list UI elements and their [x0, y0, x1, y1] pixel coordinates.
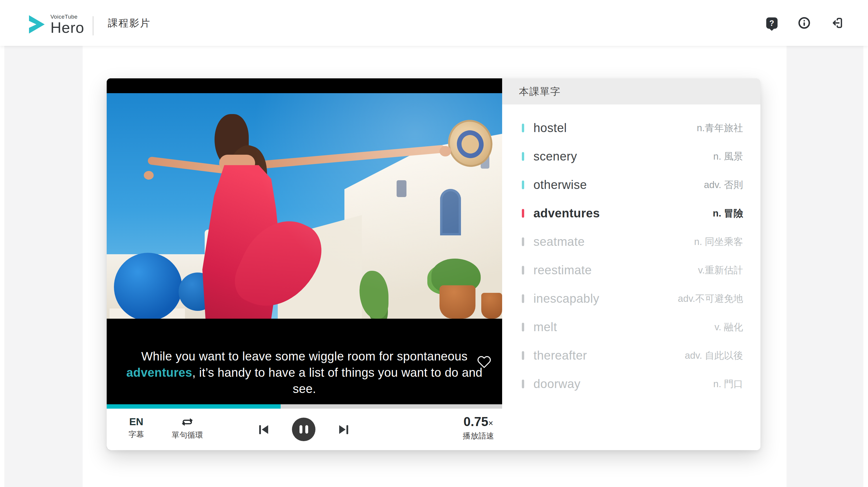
video-player[interactable]: While you want to leave some wiggle room… [107, 78, 502, 450]
app-header: VoiceTube Hero 課程影片 [0, 0, 868, 46]
heart-icon [476, 354, 492, 369]
help-icon [766, 18, 778, 29]
pause-button[interactable] [292, 418, 315, 441]
vocab-row[interactable]: otherwise adv. 否則 [502, 171, 761, 199]
vocab-definition: n.青年旅社 [697, 122, 743, 135]
subtitle-line-3: see. [107, 381, 502, 397]
video-letterbox [107, 78, 502, 93]
loop-toggle[interactable]: 單句循環 [164, 416, 211, 439]
previous-icon [262, 425, 268, 434]
vocab-panel: 本課單字 hostel n.青年旅社 scenery n. 風景 otherwi… [502, 78, 761, 450]
vocab-row[interactable]: melt v. 融化 [502, 313, 761, 341]
vocab-word: hostel [533, 121, 567, 135]
info-icon [799, 17, 810, 29]
favorite-button[interactable] [476, 354, 492, 370]
app: VoiceTube Hero 課程影片 [0, 0, 868, 487]
page-title: 課程影片 [108, 0, 151, 46]
pause-icon [300, 425, 302, 434]
vocab-word: seatmate [533, 235, 585, 249]
vocab-word: scenery [533, 149, 577, 163]
word-status-bar [522, 152, 524, 161]
info-button[interactable] [797, 16, 811, 30]
vocab-word: melt [533, 320, 557, 334]
subtitle-area: While you want to leave some wiggle room… [107, 319, 502, 404]
word-status-bar [522, 209, 524, 218]
brand-name-large: Hero [51, 20, 84, 35]
background-gutter-right [786, 46, 863, 487]
voicetube-logo-icon [26, 13, 46, 36]
vocab-row[interactable]: inescapably adv.不可避免地 [502, 284, 761, 313]
lesson-card: While you want to leave some wiggle room… [107, 78, 761, 450]
vocab-word: reestimate [533, 263, 592, 277]
vocab-list: hostel n.青年旅社 scenery n. 風景 otherwise ad… [502, 105, 761, 398]
header-actions [765, 0, 844, 46]
subtitle-language: EN [119, 416, 154, 428]
video-progress-bar[interactable] [107, 404, 502, 409]
subtitle-toggle[interactable]: EN 字幕 [119, 416, 154, 439]
times-symbol: × [488, 419, 493, 428]
word-status-bar [522, 237, 524, 246]
subtitle-text: While you want to leave some wiggle room… [107, 348, 502, 397]
word-status-bar [522, 380, 524, 388]
subtitle-toggle-label: 字幕 [119, 430, 154, 439]
logout-button[interactable] [830, 16, 844, 30]
vocab-row[interactable]: doorway n. 門口 [502, 370, 761, 398]
header-divider [93, 16, 93, 35]
vocab-definition: n. 同坐乘客 [694, 235, 743, 249]
subtitle-line-2: adventures, it’s handy to have a list of… [107, 365, 502, 381]
brand-text: VoiceTube Hero [51, 13, 84, 35]
player-controls: EN 字幕 單句循環 [107, 409, 502, 450]
playback-speed[interactable]: 0.75× 播放語速 [452, 416, 504, 440]
vocab-definition: adv. 否則 [704, 178, 743, 192]
repeat-icon [179, 416, 196, 428]
word-status-bar [522, 180, 524, 189]
progress-fill [107, 404, 281, 409]
vocab-panel-title: 本課單字 [502, 78, 761, 105]
subtitle-highlight-word[interactable]: adventures [126, 366, 192, 379]
loop-toggle-label: 單句循環 [164, 431, 211, 439]
vocab-row[interactable]: seatmate n. 同坐乘客 [502, 228, 761, 256]
previous-sentence-button[interactable] [258, 425, 269, 434]
vocab-word: thereafter [533, 349, 587, 363]
logout-icon [830, 16, 843, 30]
word-status-bar [522, 266, 524, 275]
vocab-definition: adv.不可避免地 [678, 292, 743, 305]
word-status-bar [522, 294, 524, 303]
vocab-word: otherwise [533, 178, 587, 192]
word-status-bar [522, 323, 524, 332]
vocab-row[interactable]: thereafter adv. 自此以後 [502, 341, 761, 370]
video-still-santorini [107, 93, 502, 319]
vocab-definition: v.重新估計 [698, 264, 743, 277]
vocab-definition: n. 風景 [713, 150, 743, 163]
vocab-row[interactable]: adventures n. 冒險 [502, 199, 761, 228]
vocab-row[interactable]: hostel n.青年旅社 [502, 114, 761, 142]
word-status-bar [522, 351, 524, 360]
vocab-row[interactable]: scenery n. 風景 [502, 142, 761, 171]
vocab-word: adventures [533, 206, 600, 220]
vocab-word: doorway [533, 377, 580, 391]
vocab-word: inescapably [533, 292, 599, 306]
next-sentence-button[interactable] [338, 425, 349, 434]
next-icon [339, 425, 346, 434]
background-gutter-left [4, 46, 83, 487]
playback-speed-label: 播放語速 [452, 432, 504, 440]
subtitle-line-1: While you want to leave some wiggle room… [107, 348, 502, 365]
vocab-definition: n. 冒險 [713, 207, 743, 220]
brand-logo[interactable]: VoiceTube Hero [26, 13, 84, 36]
vocab-definition: n. 門口 [713, 378, 743, 391]
help-button[interactable] [765, 16, 779, 30]
speed-value: 0.75× [452, 416, 504, 429]
vocab-definition: adv. 自此以後 [685, 349, 743, 362]
word-status-bar [522, 124, 524, 132]
subtitle-line-2-rest: , it’s handy to have a list of things yo… [192, 366, 483, 379]
vocab-row[interactable]: reestimate v.重新估計 [502, 256, 761, 284]
vocab-definition: v. 融化 [715, 321, 743, 334]
